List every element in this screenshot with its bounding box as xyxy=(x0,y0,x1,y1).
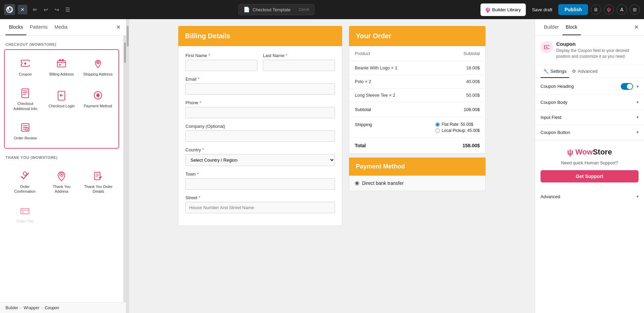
block-item-checkout-additional[interactable]: Checkout Additional Info xyxy=(8,82,43,116)
block-item-billing-address[interactable]: Billing Address xyxy=(44,53,79,81)
email-row: Email * xyxy=(185,77,335,95)
left-scroll-track[interactable] xyxy=(123,36,126,302)
get-support-button[interactable]: Get Support xyxy=(541,170,639,182)
accordion-coupon-heading: Coupon Heading ▾ xyxy=(535,78,644,95)
block-item-checkout-login[interactable]: Checkout Login xyxy=(44,82,79,116)
last-name-text: Last Name xyxy=(263,53,284,58)
publish-button[interactable]: Publish xyxy=(558,4,588,15)
accordion-header-coupon-button[interactable]: Coupon Button ▾ xyxy=(535,125,644,140)
street-row: Street * xyxy=(185,195,335,213)
advanced-header[interactable]: Advanced ▾ xyxy=(535,189,644,204)
phone-required: * xyxy=(199,100,201,105)
coupon-body-label: Coupon Body xyxy=(541,100,568,105)
block-item-order-pay[interactable]: Order Pay xyxy=(7,200,43,228)
company-label: Company (Optional) xyxy=(185,124,335,129)
town-input[interactable] xyxy=(185,178,335,190)
block-item-coupon[interactable]: Coupon xyxy=(8,53,43,81)
left-panel-close-button[interactable]: ✕ xyxy=(116,24,121,30)
coupon-button-label: Coupon Button xyxy=(541,130,570,135)
accordion-header-input-field[interactable]: Input Field ▾ xyxy=(535,110,644,125)
payment-radio-0[interactable] xyxy=(355,181,359,186)
street-input[interactable] xyxy=(185,202,335,213)
order-confirmation-label: Order Confirmation xyxy=(10,184,40,194)
billing-column: Billing Details First Name * xyxy=(178,26,342,226)
shipping-radio-1[interactable] xyxy=(435,128,440,133)
first-name-input[interactable] xyxy=(185,60,257,71)
w-button[interactable]: ψ xyxy=(604,4,614,15)
redo-button[interactable]: ↪ xyxy=(52,5,61,14)
block-item-order-review[interactable]: Order Review xyxy=(8,117,43,145)
tab-patterns[interactable]: Patterns xyxy=(26,19,51,35)
toggle-knob xyxy=(627,84,632,89)
coupon-heading-controls: ▾ xyxy=(621,83,639,90)
country-select[interactable]: Select Country / Region xyxy=(185,154,335,166)
coupon-info: Coupon Display the Coupon field to your … xyxy=(556,41,639,59)
save-draft-button[interactable]: Save draft xyxy=(529,5,556,15)
accordion-coupon-button: Coupon Button ▾ xyxy=(535,125,644,140)
coupon-heading-toggle[interactable] xyxy=(621,83,633,90)
accordion-header-coupon-heading[interactable]: Coupon Heading ▾ xyxy=(535,78,644,95)
breadcrumb-builder[interactable]: Builder xyxy=(5,305,18,310)
tab-blocks[interactable]: Blocks xyxy=(5,19,26,35)
tab-media[interactable]: Media xyxy=(51,19,71,35)
settings-tab-advanced[interactable]: ⚙ Advanced xyxy=(569,65,600,78)
order-confirmation-icon xyxy=(19,170,31,182)
wowstore-w-icon: ψ xyxy=(567,147,573,157)
tab-block[interactable]: Block xyxy=(562,19,581,35)
breadcrumb-wrapper[interactable]: Wrapper xyxy=(24,305,39,310)
accordion-header-coupon-body[interactable]: Coupon Body ▾ xyxy=(535,95,644,110)
close-panel-button[interactable]: ✕ xyxy=(18,5,27,14)
order-shipping-row: Shipping Flat Rate: 50.00$ Local Pickup:… xyxy=(349,117,485,138)
left-scroll-thumb[interactable] xyxy=(124,42,126,63)
chevron-down-icon-4: ▾ xyxy=(636,130,639,135)
thank-you-address-icon xyxy=(55,170,68,182)
phone-input[interactable] xyxy=(185,107,335,118)
right-panel-close-button[interactable]: ✕ xyxy=(634,24,639,30)
settings-tab-settings[interactable]: 🔧 Settings xyxy=(541,65,569,78)
svg-point-16 xyxy=(22,212,24,213)
company-text: Company (Optional) xyxy=(185,124,225,129)
order-item-2-name: Long Sleeve Tee × 2 xyxy=(355,93,395,98)
block-item-order-confirmation[interactable]: Order Confirmation xyxy=(7,165,43,199)
wowstore-logo: ψ WowStore xyxy=(541,147,639,157)
order-item-0-name: Beanie With Logo × 1 xyxy=(355,65,397,70)
block-item-thank-you-order-details[interactable]: Thank You Order Details xyxy=(80,165,116,199)
block-item-payment-method[interactable]: Payment Method xyxy=(80,82,116,116)
canvas-scroll-track[interactable] xyxy=(126,19,129,313)
edit-pencil-button[interactable]: ✏ xyxy=(30,5,40,14)
checkout-section-label: CHECKOUT (WOWSTORE) xyxy=(4,40,119,49)
order-item-0-price: 18.00$ xyxy=(466,65,480,70)
device-preview-button[interactable]: 🖥 xyxy=(591,4,601,15)
email-label: Email * xyxy=(185,77,335,82)
billing-address-icon xyxy=(55,57,68,70)
payment-method-label: Payment Method xyxy=(84,104,112,108)
svg-point-17 xyxy=(546,46,547,48)
sidebar-toggle-button[interactable]: ⊞ xyxy=(630,4,640,15)
coupon-header-section: Coupon Display the Coupon field to your … xyxy=(535,36,644,65)
shipping-option-1[interactable]: Local Pickup: 45.00$ xyxy=(435,128,480,133)
block-item-thank-you-address[interactable]: Thank You Address xyxy=(44,165,80,199)
list-view-button[interactable]: ☰ xyxy=(63,5,72,14)
thank-you-address-label: Thank You Address xyxy=(46,184,77,194)
order-item-1-name: Polo × 2 xyxy=(355,79,371,84)
document-title-button[interactable]: 📄 Checkout Template Ctrl+K xyxy=(238,4,314,15)
canvas-scroll-thumb[interactable] xyxy=(127,26,129,46)
undo-button[interactable]: ↩ xyxy=(41,5,51,14)
country-text: Country xyxy=(185,147,201,152)
a-button[interactable]: A xyxy=(617,4,627,15)
wp-logo-button[interactable] xyxy=(4,4,15,15)
block-item-shipping-address[interactable]: Shipping Address xyxy=(80,53,116,81)
thank-you-order-details-label: Thank You Order Details xyxy=(83,184,114,194)
shipping-label: Shipping xyxy=(355,122,372,133)
shipping-address-label: Shipping Address xyxy=(83,72,113,77)
order-review-icon xyxy=(19,121,31,134)
last-name-input[interactable] xyxy=(263,60,335,71)
company-input[interactable] xyxy=(185,131,335,142)
town-row: Town * xyxy=(185,172,335,190)
tab-builder[interactable]: Builder xyxy=(541,19,562,35)
builder-library-button[interactable]: ψ Builder Library xyxy=(480,3,526,16)
shipping-option-0[interactable]: Flat Rate: 50.00$ xyxy=(435,122,480,127)
email-input[interactable] xyxy=(185,83,335,95)
name-row: First Name * Last Name * xyxy=(185,53,335,71)
shipping-radio-0[interactable] xyxy=(435,122,440,127)
